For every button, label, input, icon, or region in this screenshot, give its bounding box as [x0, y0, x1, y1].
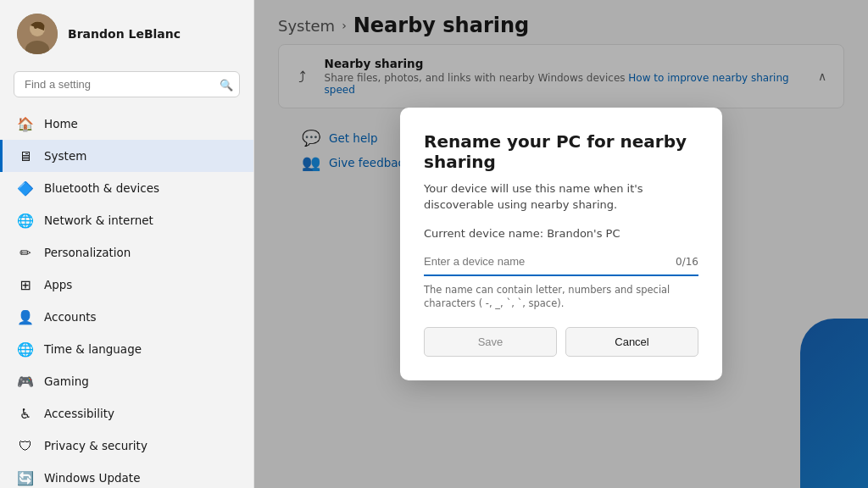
search-icon: 🔍 — [220, 78, 233, 91]
system-icon: 🖥 — [17, 147, 34, 164]
sidebar-item-accounts[interactable]: 👤 Accounts — [0, 301, 253, 333]
save-button[interactable]: Save — [424, 327, 557, 357]
input-hint: The name can contain letter, numbers and… — [424, 283, 698, 310]
sidebar-item-accessibility[interactable]: ♿ Accessibility — [0, 397, 253, 430]
avatar — [17, 14, 58, 54]
modal-current-name: Current device name: Brandon's PC — [424, 227, 698, 240]
sidebar-item-bluetooth[interactable]: 🔷 Bluetooth & devices — [0, 172, 253, 204]
sidebar-item-label: Time & language — [44, 342, 142, 356]
char-count: 0/16 — [676, 256, 698, 268]
sidebar-item-label: Home — [44, 117, 78, 130]
accessibility-icon: ♿ — [17, 405, 34, 422]
bluetooth-icon: 🔷 — [17, 180, 34, 197]
accounts-icon: 👤 — [17, 308, 34, 325]
modal-title: Rename your PC for nearby sharing — [424, 131, 698, 172]
network-icon: 🌐 — [17, 212, 34, 229]
user-name: Brandon LeBlanc — [68, 27, 181, 41]
time-icon: 🌐 — [17, 341, 34, 358]
sidebar-item-label: Gaming — [44, 374, 89, 388]
search-input[interactable] — [14, 71, 240, 97]
sidebar-item-time[interactable]: 🌐 Time & language — [0, 333, 253, 365]
cancel-button[interactable]: Cancel — [565, 327, 698, 357]
sidebar-item-apps[interactable]: ⊞ Apps — [0, 269, 253, 301]
sidebar-item-label: Network & internet — [44, 214, 153, 227]
sidebar-item-privacy[interactable]: 🛡 Privacy & security — [0, 430, 253, 462]
sidebar-item-label: Windows Update — [44, 471, 140, 485]
sidebar-item-network[interactable]: 🌐 Network & internet — [0, 204, 253, 236]
sidebar-item-gaming[interactable]: 🎮 Gaming — [0, 365, 253, 397]
sidebar-item-label: Bluetooth & devices — [44, 181, 159, 195]
personalization-icon: ✏️ — [17, 244, 34, 261]
home-icon: 🏠 — [17, 115, 34, 132]
modal-actions: Save Cancel — [424, 327, 698, 357]
sidebar-item-label: Privacy & security — [44, 439, 147, 452]
apps-icon: ⊞ — [17, 276, 34, 293]
sidebar: Brandon LeBlanc 🔍 🏠 Home 🖥 System 🔷 Blue… — [0, 0, 254, 488]
sidebar-item-home[interactable]: 🏠 Home — [0, 108, 253, 140]
sidebar-item-label: Accessibility — [44, 407, 114, 420]
gaming-icon: 🎮 — [17, 373, 34, 390]
sidebar-item-personalization[interactable]: ✏️ Personalization — [0, 236, 253, 269]
sidebar-item-label: System — [44, 149, 86, 163]
user-profile[interactable]: Brandon LeBlanc — [0, 0, 253, 68]
sidebar-item-windows-update[interactable]: 🔄 Windows Update — [0, 462, 253, 488]
sidebar-item-label: Accounts — [44, 310, 97, 324]
sidebar-item-system[interactable]: 🖥 System — [0, 140, 253, 172]
modal-description: Your device will use this name when it's… — [424, 180, 698, 214]
update-icon: 🔄 — [17, 469, 34, 486]
device-name-input-wrapper: 0/16 — [424, 248, 698, 276]
modal-overlay: Rename your PC for nearby sharing Your d… — [254, 0, 868, 488]
main-content: System › Nearby sharing ⤴ Nearby sharing… — [254, 0, 868, 488]
sidebar-item-label: Apps — [44, 278, 72, 291]
sidebar-item-label: Personalization — [44, 246, 131, 259]
search-box[interactable]: 🔍 — [14, 71, 240, 97]
device-name-input[interactable] — [424, 248, 698, 276]
nav-list: 🏠 Home 🖥 System 🔷 Bluetooth & devices 🌐 … — [0, 104, 253, 488]
privacy-icon: 🛡 — [17, 437, 34, 454]
rename-modal: Rename your PC for nearby sharing Your d… — [400, 108, 722, 380]
